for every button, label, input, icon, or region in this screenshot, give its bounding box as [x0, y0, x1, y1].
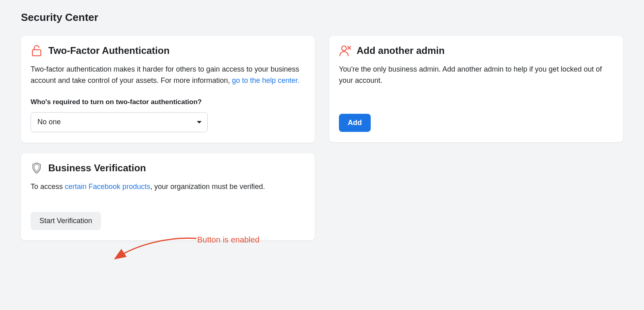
page-title: Security Center	[21, 11, 623, 24]
content-columns: Two-Factor Authentication Two-factor aut…	[21, 36, 623, 240]
two-factor-title: Two-Factor Authentication	[48, 45, 169, 56]
help-center-link[interactable]: go to the help center.	[232, 76, 299, 84]
svg-rect-0	[33, 50, 41, 56]
annotation-text: Button is enabled	[197, 235, 260, 244]
two-factor-who-label: Who's required to turn on two-factor aut…	[31, 97, 305, 107]
two-factor-required-select[interactable]: No one	[31, 112, 208, 132]
two-factor-card: Two-Factor Authentication Two-factor aut…	[21, 36, 315, 143]
unlock-icon	[31, 45, 43, 57]
add-admin-card: Add another admin You're the only busine…	[329, 36, 623, 142]
business-verification-title: Business Verification	[48, 162, 146, 174]
business-verification-desc-pre: To access	[31, 183, 65, 191]
start-verification-button[interactable]: Start Verification	[31, 212, 101, 230]
two-factor-select-value: No one	[37, 117, 61, 128]
business-verification-card: Business Verification To access certain …	[21, 153, 315, 240]
add-admin-button[interactable]: Add	[339, 114, 371, 132]
add-admin-description: You're the only business admin. Add anot…	[339, 65, 602, 84]
add-admin-title: Add another admin	[357, 45, 445, 56]
facebook-products-link[interactable]: certain Facebook products	[65, 183, 150, 191]
business-verification-desc-post: , your organization must be verified.	[150, 183, 265, 191]
shield-icon	[31, 162, 43, 174]
add-user-icon	[339, 45, 351, 57]
svg-point-1	[342, 46, 347, 51]
